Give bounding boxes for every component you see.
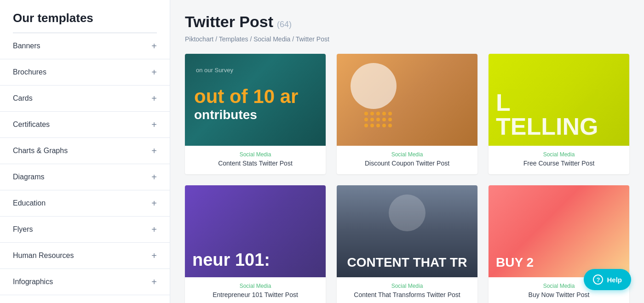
card5-text: CONTENT THAT TR xyxy=(347,255,467,270)
breadcrumb-current: Twitter Post xyxy=(296,35,329,43)
card5-circle xyxy=(389,194,426,231)
sidebar-title: Our templates xyxy=(0,11,170,33)
template-card-entrepreneur[interactable]: neur 101: Social Media Entrepreneur 101 … xyxy=(185,185,326,303)
template-image-2 xyxy=(337,54,477,146)
sidebar-item-brochures[interactable]: Brochures + xyxy=(0,59,170,86)
sidebar: Our templates Banners + Brochures + Card… xyxy=(0,0,170,303)
sidebar-item-label-charts-graphs: Charts & Graphs xyxy=(13,147,68,155)
sidebar-item-charts-graphs[interactable]: Charts & Graphs + xyxy=(0,138,170,164)
template-image-5: CONTENT THAT TR xyxy=(337,185,477,277)
template-card-discount-coupon[interactable]: Social Media Discount Coupon Twitter Pos… xyxy=(337,54,477,174)
breadcrumb-social-media[interactable]: Social Media xyxy=(253,35,290,43)
template-name-5: Content That Transforms Twitter Post xyxy=(344,291,470,298)
sidebar-item-cards[interactable]: Cards + xyxy=(0,86,170,112)
template-name-3: Free Course Twitter Post xyxy=(496,160,622,167)
template-image-6: BUY 2 xyxy=(489,185,629,277)
card-visual-3: LTELLING xyxy=(489,54,629,146)
template-category-3: Social Media xyxy=(496,151,622,158)
template-image-1: out of 10 ar ontributes xyxy=(185,54,326,146)
template-name-6: Buy Now Twitter Post xyxy=(496,291,622,298)
card-visual-1: out of 10 ar ontributes xyxy=(185,54,326,146)
card3-text: LTELLING xyxy=(496,91,598,138)
sidebar-item-certificates[interactable]: Certificates + xyxy=(0,112,170,138)
sidebar-item-diagrams[interactable]: Diagrams + xyxy=(0,164,170,190)
sidebar-item-plus-flyers: + xyxy=(151,225,157,234)
sidebar-item-label-infographics: Infographics xyxy=(13,278,53,286)
card2-circle xyxy=(351,63,397,109)
card-visual-4: neur 101: xyxy=(185,185,326,277)
card6-text: BUY 2 xyxy=(496,255,534,270)
sidebar-item-education[interactable]: Education + xyxy=(0,190,170,217)
card-visual-2 xyxy=(337,54,477,146)
sidebar-item-flyers[interactable]: Flyers + xyxy=(0,217,170,243)
template-info-1: Social Media Content Stats Twitter Post xyxy=(185,146,326,174)
template-image-3: LTELLING xyxy=(489,54,629,146)
sidebar-item-label-banners: Banners xyxy=(13,42,40,50)
card1-text1: out of 10 ar xyxy=(194,87,316,106)
template-info-5: Social Media Content That Transforms Twi… xyxy=(337,277,477,303)
sidebar-item-label-human-resources: Human Resources xyxy=(13,252,74,260)
page-header: Twitter Post (64) Piktochart / Templates… xyxy=(185,13,629,43)
card2-dots xyxy=(364,112,392,127)
sidebar-item-plus-education: + xyxy=(151,199,157,208)
card1-text2: ontributes xyxy=(194,108,316,122)
sidebar-item-label-cards: Cards xyxy=(13,94,33,103)
template-card-content-transforms[interactable]: CONTENT THAT TR Social Media Content Tha… xyxy=(337,185,477,303)
sidebar-item-plus-banners: + xyxy=(151,41,157,51)
breadcrumb: Piktochart / Templates / Social Media / … xyxy=(185,35,629,43)
template-info-4: Social Media Entrepreneur 101 Twitter Po… xyxy=(185,277,326,303)
sidebar-item-banners[interactable]: Banners + xyxy=(0,33,170,59)
sidebar-item-plus-diagrams: + xyxy=(151,172,157,182)
template-name-4: Entrepreneur 101 Twitter Post xyxy=(192,291,318,298)
template-info-3: Social Media Free Course Twitter Post xyxy=(489,146,629,174)
template-name-2: Discount Coupon Twitter Post xyxy=(344,160,470,167)
sidebar-item-label-education: Education xyxy=(13,199,46,207)
template-category-5: Social Media xyxy=(344,283,470,289)
sidebar-item-infographics[interactable]: Infographics + xyxy=(0,269,170,295)
sidebar-item-label-diagrams: Diagrams xyxy=(13,173,44,181)
page-title: Twitter Post xyxy=(185,13,273,31)
page-count: (64) xyxy=(277,20,292,29)
template-category-4: Social Media xyxy=(192,283,318,289)
main-content: Twitter Post (64) Piktochart / Templates… xyxy=(170,0,644,303)
template-grid: out of 10 ar ontributes Social Media Con… xyxy=(185,54,629,303)
card-visual-5: CONTENT THAT TR xyxy=(337,185,477,277)
help-button[interactable]: ? Help xyxy=(584,269,631,290)
template-image-4: neur 101: xyxy=(185,185,326,277)
template-category-2: Social Media xyxy=(344,151,470,158)
sidebar-item-label-certificates: Certificates xyxy=(13,120,50,129)
breadcrumb-piktochart[interactable]: Piktochart xyxy=(185,35,213,43)
page-title-row: Twitter Post (64) xyxy=(185,13,629,31)
sidebar-item-plus-certificates: + xyxy=(151,120,157,129)
help-label: Help xyxy=(607,276,622,284)
help-icon: ? xyxy=(593,274,603,285)
breadcrumb-templates[interactable]: Templates xyxy=(219,35,248,43)
template-info-2: Social Media Discount Coupon Twitter Pos… xyxy=(337,146,477,174)
template-category-1: Social Media xyxy=(192,151,318,158)
sidebar-item-plus-human-resources: + xyxy=(151,251,157,260)
sidebar-item-human-resources[interactable]: Human Resources + xyxy=(0,243,170,269)
sidebar-item-label-brochures: Brochures xyxy=(13,68,46,76)
template-card-free-course[interactable]: LTELLING Social Media Free Course Twitte… xyxy=(489,54,629,174)
card-visual-6: BUY 2 xyxy=(489,185,629,277)
card4-text: neur 101: xyxy=(192,251,270,270)
sidebar-item-plus-brochures: + xyxy=(151,68,157,77)
template-card-content-stats[interactable]: out of 10 ar ontributes Social Media Con… xyxy=(185,54,326,174)
template-name-1: Content Stats Twitter Post xyxy=(192,160,318,167)
sidebar-item-plus-infographics: + xyxy=(151,277,157,286)
sidebar-item-plus-charts-graphs: + xyxy=(151,146,157,155)
sidebar-item-plus-cards: + xyxy=(151,94,157,103)
sidebar-item-label-flyers: Flyers xyxy=(13,225,33,234)
